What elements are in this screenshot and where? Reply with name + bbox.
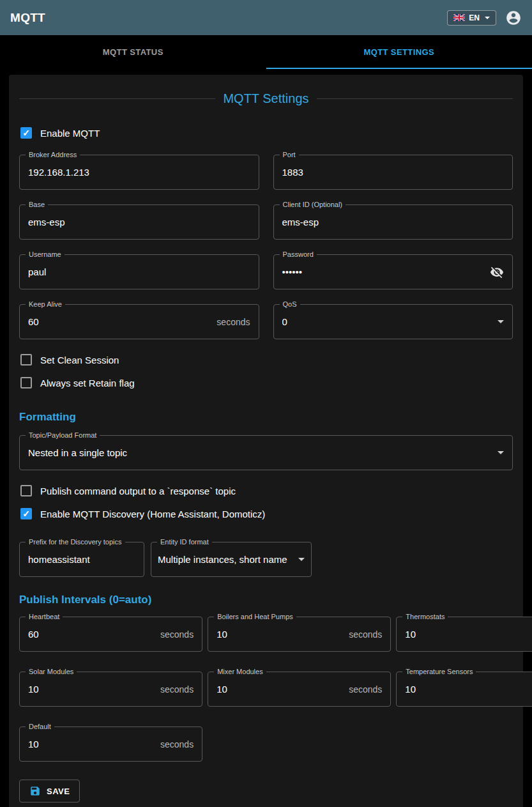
toggle-password-visibility-button[interactable] — [490, 265, 504, 279]
publish-intervals-grid: Heartbeat seconds Boilers and Heat Pumps… — [19, 617, 513, 762]
app-bar-actions: EN — [447, 10, 522, 26]
discovery-prefix-input[interactable] — [28, 554, 135, 565]
thermostats-interval-field: Thermostats seconds — [396, 617, 532, 652]
field-suffix: seconds — [160, 739, 194, 749]
checkbox-icon — [20, 377, 32, 388]
clean-session-checkbox[interactable]: Set Clean Session — [19, 348, 120, 371]
dropdown-arrow-icon — [298, 558, 305, 561]
username-field: Username — [19, 254, 259, 289]
publish-intervals-heading: Publish Intervals (0=auto) — [19, 594, 513, 606]
field-label: Keep Alive — [26, 300, 65, 309]
field-suffix: seconds — [349, 684, 382, 695]
field-label: Port — [280, 151, 299, 159]
field-label: Heartbeat — [26, 613, 63, 621]
field-suffix: seconds — [217, 317, 250, 327]
client-id-input[interactable] — [282, 217, 505, 227]
qos-select[interactable]: QoS 0 — [273, 304, 513, 339]
default-interval-input[interactable] — [28, 739, 155, 749]
field-label: Thermostats — [402, 613, 448, 621]
field-label: Temperature Sensors — [402, 668, 476, 676]
password-field: Password — [273, 254, 513, 289]
chevron-down-icon — [485, 17, 490, 19]
checkbox-label: Enable MQTT — [40, 128, 100, 139]
boilers-interval-field: Boilers and Heat Pumps seconds — [208, 617, 391, 652]
app-bar: MQTT EN — [0, 0, 532, 35]
checkbox-label: Enable MQTT Discovery (Home Assistant, D… — [40, 509, 265, 519]
temperature-sensors-interval-input[interactable] — [405, 684, 532, 695]
field-label: Mixer Modules — [214, 668, 266, 676]
response-topic-checkbox[interactable]: Publish command output to a `response` t… — [19, 479, 237, 502]
retain-flag-checkbox[interactable]: Always set Retain flag — [19, 371, 136, 394]
heartbeat-interval-field: Heartbeat seconds — [19, 617, 202, 652]
field-label: Username — [26, 250, 65, 259]
temperature-sensors-interval-field: Temperature Sensors seconds — [396, 672, 532, 707]
field-suffix: seconds — [349, 629, 382, 640]
keep-alive-input[interactable] — [28, 316, 211, 327]
base-field: Base — [19, 204, 259, 240]
mixer-interval-input[interactable] — [217, 684, 344, 695]
select-value: Nested in a single topic — [28, 447, 492, 458]
password-input[interactable] — [282, 266, 485, 277]
uk-flag-icon — [453, 14, 465, 21]
language-label: EN — [469, 13, 480, 22]
port-input[interactable] — [282, 167, 505, 178]
field-label: Client ID (Optional) — [280, 201, 346, 209]
broker-address-input[interactable] — [28, 167, 250, 178]
tab-mqtt-status[interactable]: MQTT STATUS — [0, 35, 266, 69]
default-interval-field: Default seconds — [19, 726, 202, 762]
field-suffix: seconds — [160, 684, 194, 695]
formatting-options: Publish command output to a `response` t… — [19, 479, 513, 525]
field-label: QoS — [280, 300, 300, 309]
page-title: MQTT — [10, 11, 45, 25]
field-label: Broker Address — [26, 151, 80, 159]
client-id-field: Client ID (Optional) — [273, 204, 513, 240]
visibility-off-icon — [490, 265, 504, 279]
thermostats-interval-input[interactable] — [405, 629, 532, 640]
discovery-fields-row: Prefix for the Discovery topics Entity I… — [19, 542, 513, 577]
checkbox-icon — [20, 508, 32, 519]
solar-interval-field: Solar Modules seconds — [19, 672, 202, 707]
connection-fields-grid: Broker Address Port Base Client ID (Opti… — [19, 155, 513, 339]
checkbox-icon — [20, 485, 32, 496]
port-field: Port — [273, 155, 513, 190]
discovery-prefix-field: Prefix for the Discovery topics — [19, 542, 144, 577]
field-label: Solar Modules — [26, 668, 77, 676]
section-title-row: MQTT Settings — [19, 91, 513, 106]
select-value: 0 — [282, 316, 493, 327]
tab-mqtt-settings[interactable]: MQTT SETTINGS — [266, 35, 532, 69]
checkbox-label: Set Clean Session — [40, 355, 119, 365]
save-button[interactable]: SAVE — [19, 780, 80, 803]
mqtt-discovery-checkbox[interactable]: Enable MQTT Discovery (Home Assistant, D… — [19, 502, 266, 525]
entity-id-format-select[interactable]: Entity ID format Multiple instances, sho… — [151, 542, 312, 577]
boilers-interval-input[interactable] — [217, 629, 344, 640]
dropdown-arrow-icon — [498, 451, 504, 454]
solar-interval-input[interactable] — [28, 684, 155, 695]
checkbox-icon — [20, 127, 32, 139]
mqtt-settings-card: MQTT Settings Enable MQTT Broker Address… — [9, 75, 523, 807]
account-button[interactable] — [505, 10, 522, 26]
tab-bar: MQTT STATUS MQTT SETTINGS — [0, 35, 532, 69]
broker-address-field: Broker Address — [19, 155, 259, 190]
username-input[interactable] — [28, 266, 250, 277]
formatting-heading: Formatting — [19, 411, 513, 424]
topic-payload-format-select[interactable]: Topic/Payload Format Nested in a single … — [19, 435, 513, 470]
field-suffix: seconds — [160, 629, 194, 640]
enable-mqtt-checkbox[interactable]: Enable MQTT — [19, 121, 101, 144]
settings-title: MQTT Settings — [223, 91, 308, 106]
field-label: Base — [26, 201, 48, 209]
field-label: Boilers and Heat Pumps — [214, 613, 296, 621]
field-label: Prefix for the Discovery topics — [26, 538, 125, 546]
save-button-label: SAVE — [47, 787, 70, 796]
language-selector[interactable]: EN — [447, 10, 496, 26]
dropdown-arrow-icon — [498, 320, 504, 323]
base-input[interactable] — [28, 217, 250, 227]
checkbox-label: Publish command output to a `response` t… — [40, 486, 236, 496]
field-label: Entity ID format — [157, 538, 212, 546]
field-label: Topic/Payload Format — [26, 431, 100, 440]
session-options: Set Clean Session Always set Retain flag — [19, 348, 513, 394]
mixer-interval-field: Mixer Modules seconds — [208, 672, 391, 707]
field-label: Default — [26, 723, 54, 731]
heartbeat-interval-input[interactable] — [28, 629, 155, 640]
field-label: Password — [280, 250, 317, 259]
keep-alive-field: Keep Alive seconds — [19, 304, 259, 339]
